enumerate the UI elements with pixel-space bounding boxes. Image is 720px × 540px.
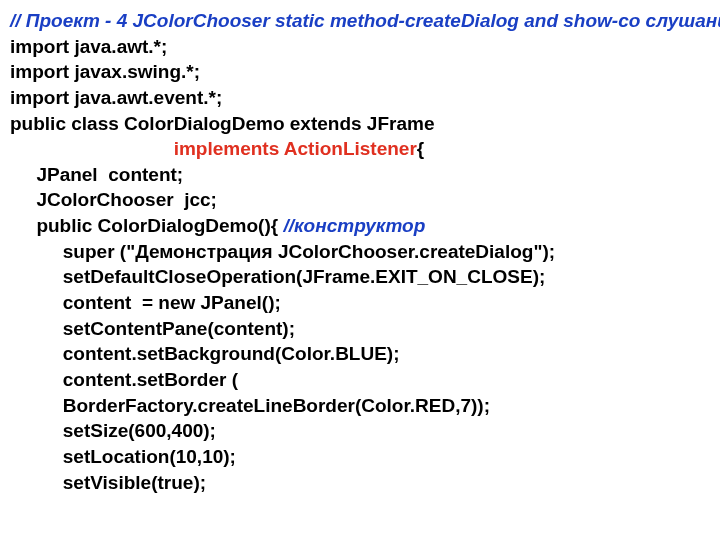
code-line: import javax.swing.*;: [10, 59, 710, 85]
code-line: content.setBorder (: [10, 367, 710, 393]
code-line: JPanel content;: [10, 162, 710, 188]
code-line: implements ActionListener{: [10, 136, 710, 162]
code-brace: {: [417, 138, 424, 159]
code-comment-inline: //конструктор: [283, 215, 425, 236]
code-line: setDefaultCloseOperation(JFrame.EXIT_ON_…: [10, 264, 710, 290]
code-line: import java.awt.event.*;: [10, 85, 710, 111]
code-line: setContentPane(content);: [10, 316, 710, 342]
code-line: setVisible(true);: [10, 470, 710, 496]
code-line: super ("Демонстрация JColorChooser.creat…: [10, 239, 710, 265]
code-indent: [10, 138, 174, 159]
code-line: content = new JPanel();: [10, 290, 710, 316]
code-implements: implements ActionListener: [174, 138, 417, 159]
code-line: import java.awt.*;: [10, 34, 710, 60]
code-line: setSize(600,400);: [10, 418, 710, 444]
code-line: BorderFactory.createLineBorder(Color.RED…: [10, 393, 710, 419]
code-comment-line: // Проект - 4 JColorChooser static metho…: [10, 8, 710, 34]
code-text: public ColorDialogDemo(){: [10, 215, 283, 236]
code-line: setLocation(10,10);: [10, 444, 710, 470]
code-line: JColorChooser jcc;: [10, 187, 710, 213]
code-line: content.setBackground(Color.BLUE);: [10, 341, 710, 367]
code-line: public class ColorDialogDemo extends JFr…: [10, 111, 710, 137]
code-line: public ColorDialogDemo(){ //конструктор: [10, 213, 710, 239]
